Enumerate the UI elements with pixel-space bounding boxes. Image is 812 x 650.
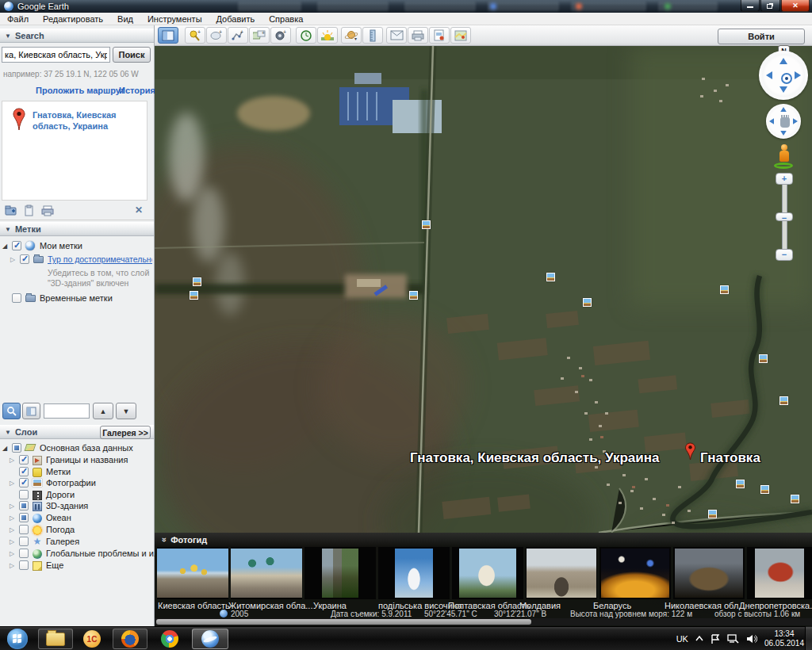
my-places-item[interactable]: Мои метки <box>40 241 82 250</box>
ruler-button[interactable] <box>362 27 383 44</box>
layer-global-item[interactable]: Глобальные проблемы и и... <box>46 549 161 558</box>
expander-closed-icon[interactable]: ▷ <box>10 562 14 569</box>
photo-strip-scrollbar[interactable] <box>155 618 812 625</box>
taskbar-chrome-button[interactable] <box>155 629 184 649</box>
expander-closed-icon[interactable]: ▷ <box>10 480 14 487</box>
planets-button[interactable]: ▾ <box>341 27 362 44</box>
previous-button[interactable]: ▲ <box>93 403 113 419</box>
menu-file[interactable]: Файл <box>0 14 36 24</box>
sunlight-button[interactable] <box>317 27 338 44</box>
expander-closed-icon[interactable]: ▷ <box>10 503 14 510</box>
photo-thumbnail[interactable] <box>673 547 745 599</box>
places-panel-header[interactable]: ▼ Метки <box>0 222 154 236</box>
expander-closed-icon[interactable]: ▷ <box>10 514 14 522</box>
look-joystick[interactable] <box>759 51 808 100</box>
show-desktop-button[interactable] <box>805 626 812 650</box>
layer-ocean-item[interactable]: Океан <box>46 513 71 522</box>
layer-marks-item[interactable]: Метки <box>46 467 71 476</box>
record-tour-button[interactable]: + <box>270 27 291 44</box>
hidden-icons-arrow[interactable] <box>695 636 703 642</box>
layer-roads-item[interactable]: Дороги <box>46 490 75 499</box>
language-indicator[interactable]: UK <box>676 634 688 644</box>
move-right-arrow-icon[interactable] <box>793 118 798 124</box>
expander-closed-icon[interactable]: ▷ <box>10 538 14 545</box>
photo-marker-icon[interactable] <box>190 291 198 300</box>
expander-closed-icon[interactable]: ▷ <box>10 526 14 533</box>
photo-marker-icon[interactable] <box>779 396 788 405</box>
add-image-overlay-button[interactable]: + <box>249 27 270 44</box>
layer-marks-checkbox[interactable] <box>19 467 29 476</box>
layer-gallery-checkbox[interactable] <box>19 537 29 546</box>
action-center-flag-icon[interactable] <box>710 634 720 644</box>
history-link[interactable]: История <box>119 86 155 95</box>
photo-thumbnail[interactable] <box>157 547 228 599</box>
search-result-item[interactable]: Гнатовка, Киевская область, Украина <box>33 109 116 132</box>
photo-marker-icon[interactable] <box>409 291 418 300</box>
menu-tools[interactable]: Инструменты <box>140 14 209 24</box>
taskbar-explorer-button[interactable] <box>38 629 73 649</box>
minimize-button[interactable] <box>741 0 760 12</box>
close-button[interactable]: ✕ <box>781 0 810 12</box>
layer-root-checkbox[interactable] <box>12 443 21 453</box>
gallery-button[interactable]: Галерея >> <box>100 426 151 439</box>
layer-roads-checkbox[interactable] <box>19 490 29 499</box>
layer-ocean-checkbox[interactable] <box>19 513 29 522</box>
photo-marker-icon[interactable] <box>708 510 717 518</box>
layer-more-checkbox[interactable] <box>19 560 29 570</box>
look-right-arrow-icon[interactable] <box>795 71 801 79</box>
photo-thumbnail[interactable] <box>231 547 302 599</box>
move-up-arrow-icon[interactable] <box>780 107 787 112</box>
menu-add[interactable]: Добавить <box>209 14 262 24</box>
close-panel-icon[interactable]: ✕ <box>135 205 143 216</box>
historical-imagery-button[interactable] <box>296 27 316 44</box>
layer-photos-item[interactable]: Фотографии <box>46 478 96 488</box>
move-joystick[interactable] <box>766 104 801 139</box>
tour-item-link[interactable]: Тур по достопримечательнос <box>48 254 152 264</box>
layer-weather-item[interactable]: Погода <box>46 525 75 534</box>
temporary-places-checkbox[interactable] <box>12 293 21 303</box>
photo-marker-icon[interactable] <box>759 354 768 363</box>
layers-view-button[interactable] <box>22 403 40 419</box>
photo-thumbnail[interactable] <box>452 547 523 599</box>
print-places-icon[interactable] <box>41 205 54 216</box>
restore-button[interactable] <box>760 0 780 12</box>
tour-checkbox[interactable] <box>20 254 29 264</box>
move-left-arrow-icon[interactable] <box>769 118 774 124</box>
photo-marker-icon[interactable] <box>193 277 201 286</box>
taskbar-clock[interactable]: 13:34 06.05.2014 <box>764 629 804 648</box>
layer-3d-checkbox[interactable] <box>19 501 29 510</box>
add-path-button[interactable]: + <box>228 27 248 44</box>
search-button[interactable]: Поиск <box>113 47 151 63</box>
result-pin-icon[interactable] <box>12 108 26 132</box>
eye-icon[interactable] <box>781 73 792 84</box>
photo-thumbnail[interactable] <box>747 547 812 599</box>
expander-closed-icon[interactable]: ▷ <box>10 256 15 263</box>
menu-edit[interactable]: Редактировать <box>36 14 110 24</box>
scrollbar-thumb[interactable] <box>156 619 531 625</box>
layer-more-item[interactable]: Еще <box>46 560 63 570</box>
expander-open-icon[interactable]: ◢ <box>2 243 7 250</box>
my-places-checkbox[interactable] <box>12 241 21 250</box>
temporary-places-item[interactable]: Временные метки <box>40 293 113 303</box>
taskbar-1c-button[interactable]: 1С <box>78 629 106 649</box>
layer-root-item[interactable]: Основная база данных <box>40 443 133 453</box>
email-button[interactable] <box>386 27 407 44</box>
photo-marker-icon[interactable] <box>422 220 431 229</box>
taskbar-firefox-button[interactable] <box>113 629 147 649</box>
photo-marker-icon[interactable] <box>760 485 769 494</box>
expander-closed-icon[interactable]: ▷ <box>10 550 14 557</box>
expander-closed-icon[interactable]: ▷ <box>10 457 14 464</box>
print-button[interactable] <box>408 27 428 44</box>
pegman-street-view[interactable] <box>776 144 793 168</box>
add-placemark-button[interactable]: + <box>185 27 205 44</box>
zoom-out-button[interactable]: − <box>776 249 793 261</box>
photo-thumbnail[interactable] <box>304 547 376 599</box>
next-button[interactable]: ▼ <box>116 403 136 419</box>
expander-open-icon[interactable]: ◢ <box>2 445 7 452</box>
zoom-in-button[interactable]: + <box>776 173 793 185</box>
window-titlebar[interactable]: Google Earth ✕ <box>0 0 812 13</box>
photo-marker-icon[interactable] <box>583 298 592 307</box>
layer-weather-checkbox[interactable] <box>19 525 29 534</box>
search-input[interactable] <box>2 47 110 63</box>
taskbar-google-earth-button[interactable] <box>192 629 228 649</box>
